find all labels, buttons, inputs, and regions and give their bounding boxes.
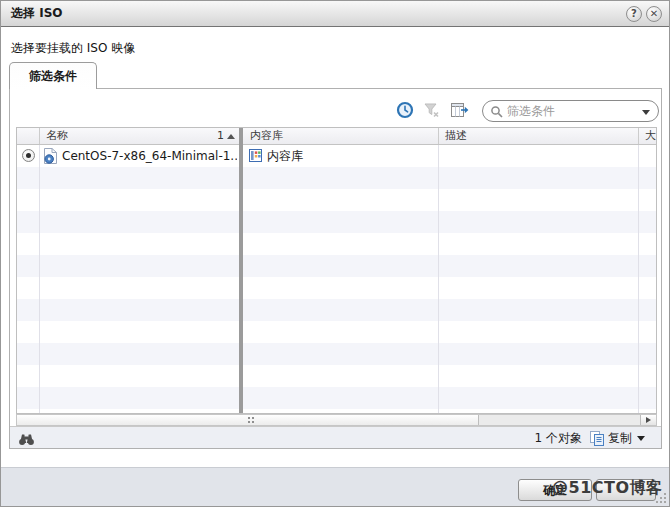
sort-indicator: 1 (217, 128, 235, 144)
iso-file-icon (43, 147, 58, 169)
column-settings-icon[interactable] (450, 101, 470, 123)
status-bar: 1 个对象 复制 (10, 426, 661, 448)
content-library-icon (248, 148, 263, 167)
row-radio-selected[interactable] (22, 149, 35, 162)
object-count: 1 个对象 (535, 430, 582, 447)
column-header-partial[interactable]: 大 (638, 128, 656, 144)
table-header: 名称 1 内容库 描述 大 (17, 128, 656, 145)
copy-dropdown-caret-icon (637, 436, 645, 445)
sort-ascending-icon (227, 130, 235, 139)
tab-filter-criteria[interactable]: 筛选条件 (9, 62, 97, 89)
column-header-name[interactable]: 名称 1 (39, 128, 240, 144)
cancel-button[interactable] (596, 479, 656, 501)
column-resize-divider[interactable] (239, 128, 243, 413)
copy-button[interactable]: 复制 (589, 430, 645, 447)
table-body (17, 145, 656, 413)
scrollbar-thumb[interactable] (17, 415, 479, 425)
horizontal-scrollbar[interactable] (16, 414, 657, 426)
select-iso-dialog: 选择 ISO ? ✕ 选择要挂载的 ISO 映像 筛选条件 (0, 0, 670, 507)
filter-panel: 名称 1 内容库 描述 大 (9, 88, 662, 449)
close-button[interactable]: ✕ (646, 6, 662, 22)
column-header-select[interactable] (17, 128, 39, 144)
filter-search-input[interactable] (507, 102, 635, 120)
column-header-library[interactable]: 内容库 (244, 128, 438, 144)
library-name: 内容库 (267, 145, 303, 167)
help-button[interactable]: ? (626, 6, 642, 22)
dialog-titlebar: 选择 ISO ? ✕ (1, 1, 669, 27)
column-separator (39, 145, 40, 413)
table-row[interactable]: CentOS-7-x86_64-Minimal-1... 内容库 (17, 145, 656, 167)
filter-search-box (482, 100, 659, 122)
ok-button[interactable]: 确定 (518, 479, 592, 501)
scrollbar-grip-icon (248, 417, 250, 419)
search-dropdown-caret-icon[interactable] (642, 110, 650, 119)
search-icon (490, 105, 504, 119)
column-separator (438, 145, 439, 413)
find-binoculars-icon[interactable] (18, 431, 35, 450)
copy-label: 复制 (608, 430, 632, 447)
dialog-subtitle: 选择要挂载的 ISO 映像 (11, 40, 135, 57)
copy-icon (589, 430, 605, 447)
resize-grip[interactable] (664, 501, 666, 503)
clock-icon[interactable] (396, 101, 414, 123)
column-header-description[interactable]: 描述 (438, 128, 638, 144)
iso-table: 名称 1 内容库 描述 大 (16, 127, 657, 414)
scroll-right-button[interactable] (640, 415, 656, 425)
dialog-footer: 确定 (1, 467, 669, 506)
filter-clear-icon[interactable] (422, 101, 441, 123)
column-separator (638, 145, 639, 413)
iso-name: CentOS-7-x86_64-Minimal-1... (62, 145, 237, 167)
dialog-title: 选择 ISO (11, 1, 63, 26)
